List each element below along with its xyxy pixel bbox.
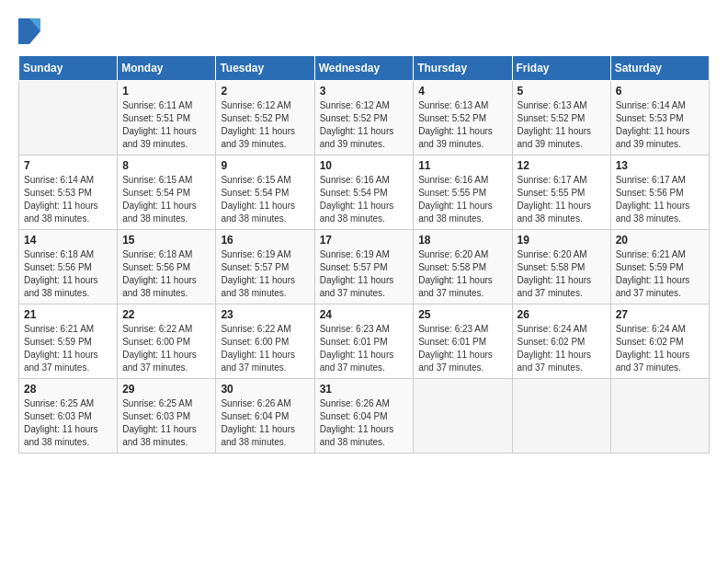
calendar-cell: 30Sunrise: 6:26 AM Sunset: 6:04 PM Dayli… — [216, 379, 314, 454]
day-info: Sunrise: 6:18 AM Sunset: 5:56 PM Dayligh… — [122, 248, 210, 300]
logo-icon — [18, 18, 40, 44]
calendar-cell: 14Sunrise: 6:18 AM Sunset: 5:56 PM Dayli… — [19, 230, 118, 304]
calendar-cell: 28Sunrise: 6:25 AM Sunset: 6:03 PM Dayli… — [19, 379, 118, 454]
day-number: 12 — [518, 159, 606, 172]
calendar-cell: 29Sunrise: 6:25 AM Sunset: 6:03 PM Dayli… — [118, 379, 216, 454]
calendar-cell: 7Sunrise: 6:14 AM Sunset: 5:53 PM Daylig… — [19, 155, 118, 230]
calendar-cell: 17Sunrise: 6:19 AM Sunset: 5:57 PM Dayli… — [314, 230, 414, 304]
day-info: Sunrise: 6:15 AM Sunset: 5:54 PM Dayligh… — [221, 174, 309, 225]
calendar-cell: 9Sunrise: 6:15 AM Sunset: 5:54 PM Daylig… — [216, 155, 314, 230]
day-info: Sunrise: 6:21 AM Sunset: 5:59 PM Dayligh… — [24, 323, 112, 374]
calendar-header-monday: Monday — [118, 56, 216, 81]
day-number: 31 — [320, 383, 409, 396]
day-info: Sunrise: 6:13 AM Sunset: 5:52 PM Dayligh… — [518, 99, 606, 151]
day-info: Sunrise: 6:19 AM Sunset: 5:57 PM Dayligh… — [221, 248, 309, 300]
day-info: Sunrise: 6:17 AM Sunset: 5:55 PM Dayligh… — [518, 174, 606, 225]
calendar-cell: 23Sunrise: 6:22 AM Sunset: 6:00 PM Dayli… — [216, 304, 314, 379]
day-number: 30 — [221, 383, 309, 396]
day-info: Sunrise: 6:19 AM Sunset: 5:57 PM Dayligh… — [320, 248, 409, 300]
calendar-cell — [610, 379, 709, 454]
day-info: Sunrise: 6:20 AM Sunset: 5:58 PM Dayligh… — [418, 248, 506, 300]
day-info: Sunrise: 6:26 AM Sunset: 6:04 PM Dayligh… — [320, 397, 409, 449]
day-number: 17 — [320, 234, 409, 247]
day-number: 28 — [24, 383, 112, 396]
day-info: Sunrise: 6:23 AM Sunset: 6:01 PM Dayligh… — [320, 323, 409, 374]
day-number: 7 — [24, 159, 112, 172]
day-info: Sunrise: 6:12 AM Sunset: 5:52 PM Dayligh… — [320, 99, 409, 151]
calendar-cell: 6Sunrise: 6:14 AM Sunset: 5:53 PM Daylig… — [610, 81, 709, 155]
day-info: Sunrise: 6:16 AM Sunset: 5:54 PM Dayligh… — [320, 174, 409, 225]
day-info: Sunrise: 6:11 AM Sunset: 5:51 PM Dayligh… — [122, 99, 210, 151]
day-info: Sunrise: 6:16 AM Sunset: 5:55 PM Dayligh… — [418, 174, 506, 225]
day-info: Sunrise: 6:22 AM Sunset: 6:00 PM Dayligh… — [221, 323, 309, 374]
calendar-week-1: 1Sunrise: 6:11 AM Sunset: 5:51 PM Daylig… — [19, 81, 710, 155]
header — [18, 18, 710, 44]
calendar-cell: 25Sunrise: 6:23 AM Sunset: 6:01 PM Dayli… — [414, 304, 512, 379]
calendar-cell: 13Sunrise: 6:17 AM Sunset: 5:56 PM Dayli… — [610, 155, 709, 230]
calendar-header-saturday: Saturday — [610, 56, 709, 81]
day-number: 5 — [518, 85, 606, 98]
day-number: 20 — [616, 234, 704, 247]
day-info: Sunrise: 6:26 AM Sunset: 6:04 PM Dayligh… — [221, 397, 309, 449]
calendar-cell: 3Sunrise: 6:12 AM Sunset: 5:52 PM Daylig… — [314, 81, 414, 155]
calendar-header-friday: Friday — [512, 56, 610, 81]
calendar-week-3: 14Sunrise: 6:18 AM Sunset: 5:56 PM Dayli… — [19, 230, 710, 304]
day-info: Sunrise: 6:22 AM Sunset: 6:00 PM Dayligh… — [122, 323, 210, 374]
calendar-cell: 12Sunrise: 6:17 AM Sunset: 5:55 PM Dayli… — [512, 155, 610, 230]
day-number: 3 — [320, 85, 409, 98]
page: SundayMondayTuesdayWednesdayThursdayFrid… — [0, 0, 728, 563]
calendar-cell: 27Sunrise: 6:24 AM Sunset: 6:02 PM Dayli… — [610, 304, 709, 379]
calendar-table: SundayMondayTuesdayWednesdayThursdayFrid… — [18, 55, 710, 454]
day-info: Sunrise: 6:25 AM Sunset: 6:03 PM Dayligh… — [122, 397, 210, 449]
calendar-cell: 2Sunrise: 6:12 AM Sunset: 5:52 PM Daylig… — [216, 81, 314, 155]
calendar-header-thursday: Thursday — [414, 56, 512, 81]
day-info: Sunrise: 6:12 AM Sunset: 5:52 PM Dayligh… — [221, 99, 309, 151]
day-info: Sunrise: 6:17 AM Sunset: 5:56 PM Dayligh… — [616, 174, 704, 225]
day-number: 16 — [221, 234, 309, 247]
day-info: Sunrise: 6:24 AM Sunset: 6:02 PM Dayligh… — [518, 323, 606, 374]
day-info: Sunrise: 6:13 AM Sunset: 5:52 PM Dayligh… — [418, 99, 506, 151]
day-number: 24 — [320, 308, 409, 321]
calendar-header-sunday: Sunday — [19, 56, 118, 81]
calendar-cell: 11Sunrise: 6:16 AM Sunset: 5:55 PM Dayli… — [414, 155, 512, 230]
day-info: Sunrise: 6:14 AM Sunset: 5:53 PM Dayligh… — [616, 99, 704, 151]
day-number: 15 — [122, 234, 210, 247]
day-number: 25 — [418, 308, 506, 321]
day-number: 2 — [221, 85, 309, 98]
day-info: Sunrise: 6:14 AM Sunset: 5:53 PM Dayligh… — [24, 174, 112, 225]
calendar-cell — [19, 81, 118, 155]
day-number: 29 — [122, 383, 210, 396]
day-number: 13 — [616, 159, 704, 172]
calendar-cell: 20Sunrise: 6:21 AM Sunset: 5:59 PM Dayli… — [610, 230, 709, 304]
day-number: 8 — [122, 159, 210, 172]
day-number: 10 — [320, 159, 409, 172]
calendar-week-5: 28Sunrise: 6:25 AM Sunset: 6:03 PM Dayli… — [19, 379, 710, 454]
day-number: 11 — [418, 159, 506, 172]
calendar-cell: 15Sunrise: 6:18 AM Sunset: 5:56 PM Dayli… — [118, 230, 216, 304]
calendar-cell: 19Sunrise: 6:20 AM Sunset: 5:58 PM Dayli… — [512, 230, 610, 304]
day-info: Sunrise: 6:23 AM Sunset: 6:01 PM Dayligh… — [418, 323, 506, 374]
calendar-cell: 22Sunrise: 6:22 AM Sunset: 6:00 PM Dayli… — [118, 304, 216, 379]
calendar-cell: 26Sunrise: 6:24 AM Sunset: 6:02 PM Dayli… — [512, 304, 610, 379]
day-info: Sunrise: 6:25 AM Sunset: 6:03 PM Dayligh… — [24, 397, 112, 449]
calendar-cell: 24Sunrise: 6:23 AM Sunset: 6:01 PM Dayli… — [314, 304, 414, 379]
day-info: Sunrise: 6:20 AM Sunset: 5:58 PM Dayligh… — [518, 248, 606, 300]
logo — [18, 18, 44, 44]
day-info: Sunrise: 6:21 AM Sunset: 5:59 PM Dayligh… — [616, 248, 704, 300]
day-number: 14 — [24, 234, 112, 247]
calendar-cell: 18Sunrise: 6:20 AM Sunset: 5:58 PM Dayli… — [414, 230, 512, 304]
day-number: 19 — [518, 234, 606, 247]
calendar-cell: 1Sunrise: 6:11 AM Sunset: 5:51 PM Daylig… — [118, 81, 216, 155]
calendar-cell — [512, 379, 610, 454]
calendar-cell: 5Sunrise: 6:13 AM Sunset: 5:52 PM Daylig… — [512, 81, 610, 155]
day-number: 21 — [24, 308, 112, 321]
day-number: 1 — [122, 85, 210, 98]
day-number: 23 — [221, 308, 309, 321]
calendar-header-tuesday: Tuesday — [216, 56, 314, 81]
day-number: 26 — [518, 308, 606, 321]
calendar-week-2: 7Sunrise: 6:14 AM Sunset: 5:53 PM Daylig… — [19, 155, 710, 230]
calendar-cell: 16Sunrise: 6:19 AM Sunset: 5:57 PM Dayli… — [216, 230, 314, 304]
day-number: 18 — [418, 234, 506, 247]
calendar-header-row: SundayMondayTuesdayWednesdayThursdayFrid… — [19, 56, 710, 81]
calendar-cell: 10Sunrise: 6:16 AM Sunset: 5:54 PM Dayli… — [314, 155, 414, 230]
